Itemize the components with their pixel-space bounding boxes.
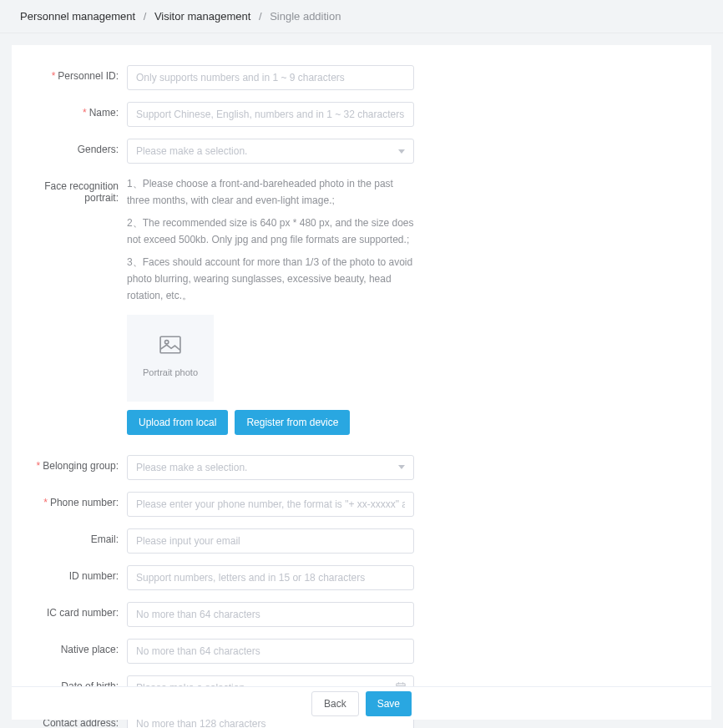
- portrait-photo-caption: Portrait photo: [143, 365, 198, 381]
- personnel-id-label: Personnel ID:: [18, 65, 127, 82]
- genders-select-placeholder: Please make a selection.: [136, 145, 247, 157]
- form-container: Personnel ID: Name: Genders: Please make…: [12, 45, 711, 720]
- svg-rect-0: [160, 336, 180, 353]
- breadcrumb-level1[interactable]: Personnel management: [20, 10, 135, 23]
- footer-bar: Back Save: [12, 686, 711, 720]
- breadcrumb-level3: Single addition: [270, 10, 341, 23]
- portrait-help-line1: 1、Please choose a front-and-bareheaded p…: [127, 175, 414, 210]
- belonging-group-select[interactable]: Please make a selection.: [127, 455, 414, 480]
- portrait-help-line3: 3、Faces should account for more than 1/3…: [127, 254, 414, 305]
- image-icon: [159, 336, 181, 366]
- name-label: Name:: [18, 102, 127, 119]
- email-label: Email:: [18, 528, 127, 545]
- email-input[interactable]: [127, 528, 414, 554]
- register-from-device-button[interactable]: Register from device: [235, 410, 350, 435]
- phone-number-label: Phone number:: [18, 492, 127, 508]
- ic-card-number-label: IC card number:: [18, 602, 127, 619]
- chevron-down-icon: [398, 465, 405, 469]
- portrait-photo-upload[interactable]: Portrait photo: [127, 315, 214, 402]
- belonging-group-label: Belonging group:: [18, 455, 127, 472]
- native-place-input[interactable]: [127, 639, 414, 664]
- breadcrumb: Personnel management / Visitor managemen…: [0, 0, 723, 33]
- chevron-down-icon: [398, 149, 405, 154]
- genders-select[interactable]: Please make a selection.: [127, 139, 414, 164]
- name-input[interactable]: [127, 102, 414, 127]
- breadcrumb-separator: /: [144, 10, 147, 23]
- portrait-help-line2: 2、The recommended size is 640 px * 480 p…: [127, 215, 414, 249]
- ic-card-number-input[interactable]: [127, 602, 414, 627]
- id-number-label: ID number:: [18, 565, 127, 582]
- save-button[interactable]: Save: [366, 691, 412, 716]
- personnel-id-input[interactable]: [127, 65, 414, 90]
- phone-number-input[interactable]: [127, 492, 414, 517]
- svg-point-1: [165, 340, 169, 343]
- id-number-input[interactable]: [127, 565, 414, 590]
- upload-from-local-button[interactable]: Upload from local: [127, 410, 228, 435]
- belonging-group-placeholder: Please make a selection.: [136, 462, 247, 473]
- breadcrumb-level2[interactable]: Visitor management: [154, 10, 250, 23]
- native-place-label: Native place:: [18, 639, 127, 655]
- breadcrumb-separator: /: [259, 10, 262, 23]
- back-button[interactable]: Back: [311, 691, 359, 716]
- face-portrait-label: Face recognition portrait:: [18, 175, 127, 204]
- portrait-help: 1、Please choose a front-and-bareheaded p…: [127, 175, 414, 440]
- genders-label: Genders:: [18, 139, 127, 155]
